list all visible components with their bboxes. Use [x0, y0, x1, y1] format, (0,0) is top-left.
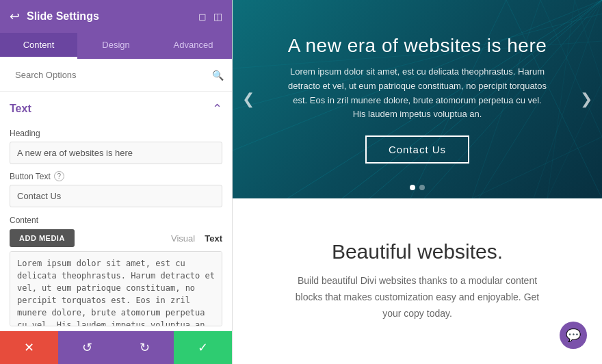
panel-tabs: Content Design Advanced [0, 33, 232, 59]
panel-body: Text ⌃ Heading Button Text ? Content ADD… [0, 92, 232, 331]
chat-bubble-icon: 💬 [566, 328, 581, 343]
cancel-button[interactable]: ✕ [0, 331, 58, 364]
layout-icon[interactable]: ◫ [213, 11, 222, 22]
button-text-help-icon[interactable]: ? [54, 171, 64, 181]
slider-prev-arrow[interactable]: ❮ [237, 85, 260, 114]
heading-input[interactable] [10, 142, 222, 164]
search-input[interactable] [8, 64, 212, 86]
collapse-icon[interactable]: ⌃ [212, 101, 222, 116]
visual-tab[interactable]: Visual [171, 233, 195, 244]
panel-header: ↩ Slide Settings ◻ ◫ [0, 0, 232, 33]
content-textarea[interactable]: Lorem ipsum dolor sit amet, est cu delic… [10, 251, 222, 326]
panel-title: Slide Settings [27, 10, 192, 23]
slider-content: A new era of websites is here Lorem ipsu… [233, 0, 602, 198]
search-bar: 🔍 [0, 59, 232, 92]
below-slider-section: Beautiful websites. Build beautiful Divi… [233, 198, 602, 364]
tab-content[interactable]: Content [0, 33, 77, 59]
slider-dots [410, 185, 425, 190]
panel-bottom: ✕ ↺ ↻ ✓ [0, 331, 232, 364]
redo-button[interactable]: ↻ [116, 331, 174, 364]
tab-advanced[interactable]: Advanced [155, 33, 232, 59]
slider-body-text: Lorem ipsum dolor sit amet, est cu delic… [287, 65, 547, 122]
add-media-button[interactable]: ADD MEDIA [10, 229, 75, 247]
below-slider-body: Build beautiful Divi websites thanks to … [294, 273, 540, 322]
button-text-label: Button Text ? [10, 171, 222, 181]
editor-view-tabs: Visual Text [171, 233, 222, 244]
undo-button[interactable]: ↺ [58, 331, 116, 364]
left-panel: ↩ Slide Settings ◻ ◫ Content Design Adva… [0, 0, 233, 364]
tab-design[interactable]: Design [77, 33, 155, 59]
button-text-input[interactable] [10, 185, 222, 207]
slider-next-arrow[interactable]: ❯ [575, 85, 598, 114]
text-tab[interactable]: Text [205, 233, 222, 244]
text-section-heading: Text ⌃ [10, 92, 222, 122]
section-title: Text [10, 103, 31, 115]
slider-title: A new era of websites is here [288, 35, 547, 57]
expand-icon[interactable]: ◻ [198, 11, 207, 22]
search-icon: 🔍 [212, 70, 224, 81]
chat-bubble-button[interactable]: 💬 [560, 322, 587, 349]
slide-dot-2[interactable] [419, 185, 425, 190]
slide-dot-1[interactable] [410, 185, 415, 190]
slider-area: ❮ ❯ A new era of websites is here Lorem … [233, 0, 602, 198]
right-panel: ❮ ❯ A new era of websites is here Lorem … [233, 0, 602, 364]
save-button[interactable]: ✓ [174, 331, 232, 364]
heading-label: Heading [10, 129, 222, 138]
content-label: Content [10, 216, 222, 225]
editor-toolbar: ADD MEDIA Visual Text [10, 229, 222, 247]
slider-cta-button[interactable]: Contact Us [365, 135, 469, 164]
back-icon[interactable]: ↩ [10, 9, 20, 24]
below-slider-title: Beautiful websites. [332, 240, 503, 263]
